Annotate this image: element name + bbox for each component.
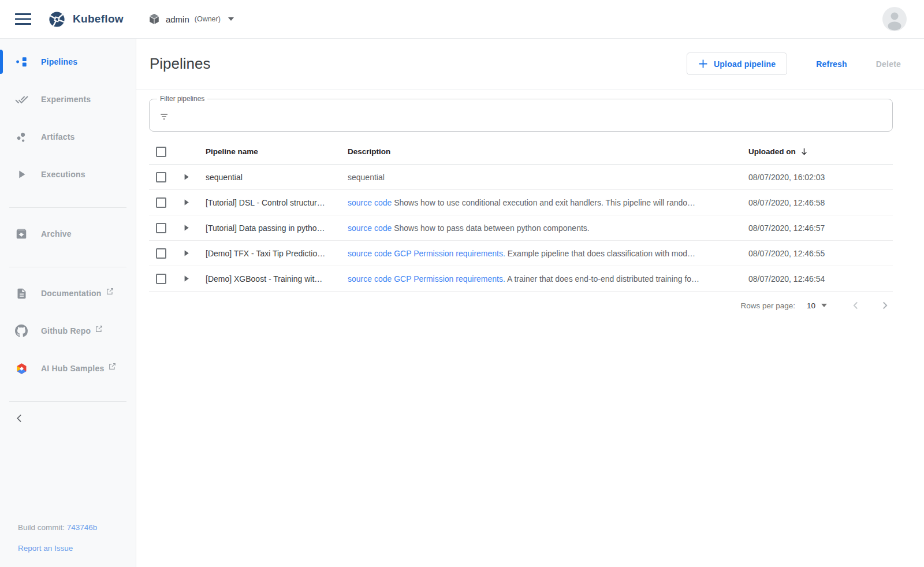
pipeline-row-2: [Tutorial] Data passing in pytho… source…: [149, 215, 893, 241]
pipeline-description: sequential: [348, 173, 748, 182]
executions-icon: [14, 168, 28, 181]
expand-row-icon[interactable]: [181, 174, 206, 180]
sidebar-divider: [9, 267, 126, 267]
top-bar: Kubeflow admin (Owner): [0, 0, 924, 39]
pipeline-row-1: [Tutorial] DSL - Control structur… sourc…: [149, 190, 893, 215]
sidebar-item-ai-hub-samples[interactable]: AI Hub Samples: [0, 357, 136, 380]
plus-icon: [698, 59, 708, 69]
row-checkbox[interactable]: [156, 197, 166, 208]
sidebar: Pipelines Experiments Artifacts Executio…: [0, 39, 136, 567]
avatar[interactable]: [882, 7, 907, 31]
sidebar-footer: Build commit: 743746b Report an Issue: [0, 524, 136, 567]
uploaded-on: 08/07/2020, 12:46:57: [748, 223, 893, 233]
sidebar-item-github-repo[interactable]: Github Repo: [0, 319, 136, 342]
build-commit-link[interactable]: 743746b: [67, 523, 98, 532]
uploaded-on: 08/07/2020, 12:46:54: [748, 274, 893, 284]
pagination-bar: Rows per page: 10: [149, 292, 893, 319]
upload-pipeline-button[interactable]: Upload pipeline: [687, 53, 787, 75]
table-body: sequential sequential 08/07/2020, 16:02:…: [149, 165, 893, 292]
description-link[interactable]: source code: [348, 198, 392, 207]
page-title: Pipelines: [150, 55, 211, 73]
row-checkbox[interactable]: [156, 172, 166, 182]
filter-icon: [159, 107, 170, 124]
filter-pipelines-field[interactable]: Filter pipelines: [149, 99, 893, 132]
build-commit-label: Build commit:: [18, 523, 65, 532]
artifacts-icon: [14, 130, 28, 143]
menu-icon[interactable]: [14, 12, 32, 26]
experiments-icon: [14, 93, 28, 106]
rows-per-page-caret-icon[interactable]: [821, 304, 827, 307]
column-description[interactable]: Description: [348, 147, 748, 156]
pipelines-icon: [14, 55, 28, 68]
filter-label: Filter pipelines: [157, 95, 207, 103]
kubeflow-brand[interactable]: Kubeflow: [47, 10, 124, 29]
report-issue-link[interactable]: Report an Issue: [18, 544, 73, 553]
external-link-icon: [95, 325, 103, 333]
external-link-icon: [106, 288, 114, 295]
pipeline-description: source code GCP Permission requirements.…: [348, 249, 748, 258]
sort-desc-icon: [800, 147, 808, 156]
github-icon: [14, 324, 28, 337]
row-checkbox[interactable]: [156, 248, 166, 259]
row-checkbox[interactable]: [156, 274, 166, 284]
pipeline-row-0: sequential sequential 08/07/2020, 16:02:…: [149, 165, 893, 190]
page-header: Pipelines Upload pipeline Refresh Delete: [136, 39, 924, 89]
pipeline-description: source code GCP Permission requirements.…: [348, 274, 748, 284]
rows-per-page-value[interactable]: 10: [807, 301, 815, 310]
pipeline-name[interactable]: [Tutorial] DSL - Control structur…: [206, 198, 348, 207]
uploaded-on: 08/07/2020, 12:46:58: [748, 198, 893, 207]
documentation-icon: [14, 288, 28, 300]
uploaded-on: 08/07/2020, 12:46:55: [748, 249, 893, 258]
sidebar-item-experiments[interactable]: Experiments: [0, 88, 136, 111]
expand-row-icon[interactable]: [181, 199, 206, 206]
pipeline-row-3: [Demo] TFX - Taxi Tip Predictio… source …: [149, 241, 893, 266]
external-link-icon: [109, 363, 116, 370]
sidebar-item-executions[interactable]: Executions: [0, 163, 136, 186]
namespace-role: (Owner): [195, 15, 221, 23]
table-header-row: Pipeline name Description Uploaded on: [149, 139, 893, 165]
description-link[interactable]: source code: [348, 274, 392, 284]
sidebar-item-archive[interactable]: Archive: [0, 222, 136, 245]
sidebar-item-artifacts[interactable]: Artifacts: [0, 125, 136, 148]
filter-input[interactable]: [177, 110, 883, 120]
active-indicator: [0, 50, 3, 74]
pipeline-name[interactable]: [Demo] TFX - Taxi Tip Predictio…: [206, 249, 348, 258]
next-page-button[interactable]: [877, 297, 893, 314]
sidebar-item-pipelines[interactable]: Pipelines: [0, 50, 136, 73]
pipeline-description: source code Shows how to pass data betwe…: [348, 223, 748, 233]
row-checkbox[interactable]: [156, 223, 166, 233]
rows-per-page-label: Rows per page:: [740, 301, 795, 310]
refresh-button[interactable]: Refresh: [816, 59, 847, 69]
expand-row-icon[interactable]: [181, 225, 206, 231]
brand-name: Kubeflow: [73, 13, 124, 25]
archive-icon: [14, 227, 28, 240]
pipeline-row-4: [Demo] XGBoost - Training wit… source co…: [149, 266, 893, 292]
sidebar-divider: [9, 207, 126, 208]
pipeline-name[interactable]: sequential: [206, 173, 348, 182]
sidebar-divider: [9, 401, 126, 402]
description-link[interactable]: source code: [348, 223, 392, 233]
main-content: Pipelines Upload pipeline Refresh Delete…: [136, 39, 924, 567]
kubeflow-logo-icon: [47, 10, 66, 29]
aihub-icon: [14, 362, 28, 375]
uploaded-on: 08/07/2020, 16:02:03: [748, 173, 893, 182]
expand-row-icon[interactable]: [181, 275, 206, 282]
pipeline-name[interactable]: [Demo] XGBoost - Training wit…: [206, 274, 348, 284]
column-uploaded-on[interactable]: Uploaded on: [748, 147, 893, 156]
previous-page-button[interactable]: [848, 297, 864, 314]
select-all-checkbox[interactable]: [156, 147, 166, 157]
pipeline-description: source code Shows how to use conditional…: [348, 198, 748, 207]
description-link[interactable]: source code: [348, 249, 392, 258]
namespace-name: admin: [166, 14, 189, 24]
description-link[interactable]: GCP Permission requirements.: [394, 274, 505, 284]
description-link[interactable]: GCP Permission requirements.: [394, 249, 505, 258]
namespace-cube-icon: [148, 13, 161, 25]
column-pipeline-name[interactable]: Pipeline name: [206, 147, 348, 156]
collapse-sidebar-button[interactable]: [14, 410, 31, 426]
pipeline-name[interactable]: [Tutorial] Data passing in pytho…: [206, 223, 348, 233]
sidebar-item-documentation[interactable]: Documentation: [0, 282, 136, 305]
delete-button: Delete: [876, 59, 901, 69]
pipelines-table: Pipeline name Description Uploaded on se…: [149, 139, 893, 292]
namespace-selector[interactable]: admin (Owner): [148, 13, 234, 25]
expand-row-icon[interactable]: [181, 250, 206, 256]
